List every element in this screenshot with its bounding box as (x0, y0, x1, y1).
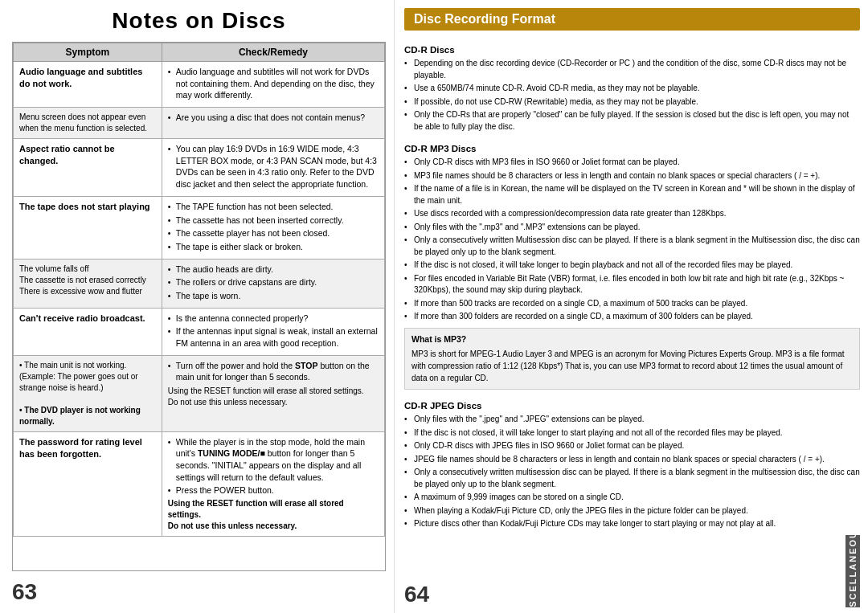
cdr-mp3-list: Only CD-R discs with MP3 files in ISO 96… (404, 157, 860, 323)
table-row: Menu screen does not appear even when th… (14, 108, 385, 139)
symptom-cell: Menu screen does not appear even when th… (14, 108, 162, 139)
symptom-cell: Aspect ratio cannot be changed. (14, 139, 162, 197)
table-row: Audio language and subtitles do not work… (14, 62, 385, 108)
table-row: The password for rating level has been f… (14, 431, 385, 536)
cdr-mp3-title: CD-R MP3 Discs (404, 144, 860, 153)
check-header: Check/Remedy (162, 43, 384, 62)
mp3-info-box: What is MP3? MP3 is short for MPEG-1 Aud… (404, 328, 860, 390)
table-row: The tape does not start playing The TAPE… (14, 196, 385, 259)
symptom-cell: The tape does not start playing (14, 196, 162, 259)
symptom-cell: The volume falls offThe cassette is not … (14, 259, 162, 308)
table-row: Can't receive radio broadcast. Is the an… (14, 308, 385, 355)
table-row: • The main unit is not working.(Example:… (14, 355, 385, 431)
check-cell: Audio language and subtitles will not wo… (162, 62, 384, 108)
cdr-discs-list: Depending on the disc recording device (… (404, 58, 860, 133)
check-cell: While the player is in the stop mode, ho… (162, 431, 384, 536)
right-panel: Disc Recording Format CD-R Discs Dependi… (394, 0, 868, 613)
symptom-header: Symptom (14, 43, 162, 62)
check-cell: Are you using a disc that does not conta… (162, 108, 384, 139)
left-footer: 63 (12, 574, 386, 605)
cdr-jpeg-list: Only files with the ".jpeg" and ".JPEG" … (404, 414, 860, 530)
mp3-info-text: MP3 is short for MPEG-1 Audio Layer 3 an… (411, 349, 845, 382)
cdr-jpeg-section: CD-R JPEG Discs Only files with the ".jp… (404, 394, 860, 535)
table-row: The volume falls offThe cassette is not … (14, 259, 385, 308)
symptom-cell: • The main unit is not working.(Example:… (14, 355, 162, 431)
check-cell: You can play 16:9 DVDs in 16:9 WIDE mode… (162, 139, 384, 197)
check-cell: The audio heads are dirty. The rollers o… (162, 259, 384, 308)
check-cell: Is the antenna connected properly? If th… (162, 308, 384, 355)
check-cell: Turn off the power and hold the STOP but… (162, 355, 384, 431)
check-cell: The TAPE function has not been selected.… (162, 196, 384, 259)
cdr-mp3-section: CD-R MP3 Discs Only CD-R discs with MP3 … (404, 137, 860, 394)
misc-label: MISCELLANEOUS (845, 535, 860, 607)
symptom-cell: The password for rating level has been f… (14, 431, 162, 536)
cdr-discs-section: CD-R Discs Depending on the disc recordi… (404, 39, 860, 137)
right-footer: 64 MISCELLANEOUS (404, 535, 860, 607)
page-number-right: 64 (404, 582, 429, 607)
page-title: Notes on Discs (12, 8, 386, 34)
header-section: Notes on Discs (12, 8, 386, 34)
cdr-jpeg-title: CD-R JPEG Discs (404, 401, 860, 411)
section-title: Disc Recording Format (404, 8, 860, 31)
page-number-left: 63 (12, 579, 37, 605)
left-panel: Notes on Discs Symptom Check/Remedy Audi… (0, 0, 394, 613)
symptom-cell: Audio language and subtitles do not work… (14, 62, 162, 108)
mp3-info-title: What is MP3? (411, 333, 853, 346)
symptom-cell: Can't receive radio broadcast. (14, 308, 162, 355)
troubleshoot-table: Symptom Check/Remedy Audio language and … (12, 42, 386, 571)
cdr-discs-title: CD-R Discs (404, 45, 860, 55)
table-row: Aspect ratio cannot be changed. You can … (14, 139, 385, 197)
